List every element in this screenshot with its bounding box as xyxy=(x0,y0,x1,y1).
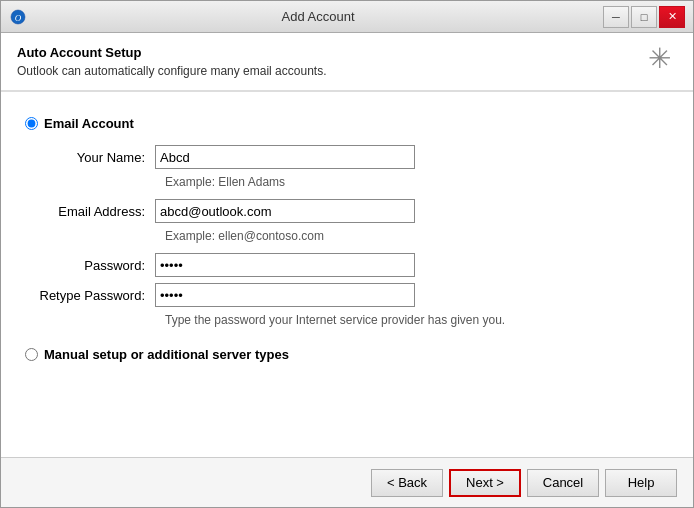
your-name-label: Your Name: xyxy=(25,150,155,165)
dialog-content: Auto Account Setup Outlook can automatic… xyxy=(1,33,693,507)
dialog-footer: < Back Next > Cancel Help xyxy=(1,457,693,507)
email-address-input[interactable] xyxy=(155,199,415,223)
email-account-radio[interactable] xyxy=(25,117,38,130)
help-button[interactable]: Help xyxy=(605,469,677,497)
retype-password-input[interactable] xyxy=(155,283,415,307)
your-name-row: Your Name: xyxy=(25,145,669,169)
auto-setup-heading: Auto Account Setup xyxy=(17,45,327,60)
back-button[interactable]: < Back xyxy=(371,469,443,497)
svg-text:O: O xyxy=(15,13,22,23)
email-account-label[interactable]: Email Account xyxy=(25,116,669,131)
auto-setup-header: Auto Account Setup Outlook can automatic… xyxy=(1,33,693,91)
manual-setup-row: Manual setup or additional server types xyxy=(25,347,669,362)
email-address-hint: Example: ellen@contoso.com xyxy=(165,229,669,243)
close-button[interactable]: ✕ xyxy=(659,6,685,28)
password-hint: Type the password your Internet service … xyxy=(165,313,669,327)
auto-setup-text: Auto Account Setup Outlook can automatic… xyxy=(17,45,327,78)
next-button[interactable]: Next > xyxy=(449,469,521,497)
manual-setup-label: Manual setup or additional server types xyxy=(44,347,289,362)
add-account-window: O Add Account ─ □ ✕ Auto Account Setup O… xyxy=(0,0,694,508)
maximize-button[interactable]: □ xyxy=(631,6,657,28)
manual-setup-radio[interactable] xyxy=(25,348,38,361)
auto-setup-icon: ✳ xyxy=(641,41,677,77)
cancel-button[interactable]: Cancel xyxy=(527,469,599,497)
retype-password-label: Retype Password: xyxy=(25,288,155,303)
divider xyxy=(1,91,693,92)
retype-password-row: Retype Password: xyxy=(25,283,669,307)
minimize-button[interactable]: ─ xyxy=(603,6,629,28)
email-account-group: Email Account Your Name: Example: Ellen … xyxy=(25,116,669,327)
password-input[interactable] xyxy=(155,253,415,277)
email-address-row: Email Address: xyxy=(25,199,669,223)
your-name-hint: Example: Ellen Adams xyxy=(165,175,669,189)
title-bar: O Add Account ─ □ ✕ xyxy=(1,1,693,33)
auto-setup-description: Outlook can automatically configure many… xyxy=(17,64,327,78)
your-name-input[interactable] xyxy=(155,145,415,169)
password-row: Password: xyxy=(25,253,669,277)
window-controls: ─ □ ✕ xyxy=(603,6,685,28)
password-label: Password: xyxy=(25,258,155,273)
email-address-label: Email Address: xyxy=(25,204,155,219)
snowflake-icon: ✳ xyxy=(648,45,671,73)
form-area: Email Account Your Name: Example: Ellen … xyxy=(1,96,693,457)
window-title: Add Account xyxy=(33,9,603,24)
app-icon: O xyxy=(9,8,27,26)
